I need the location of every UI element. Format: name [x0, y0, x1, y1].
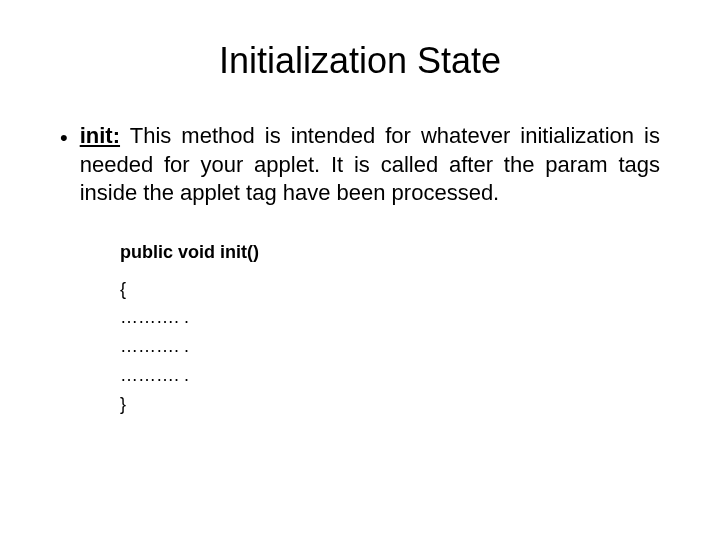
- code-line-close-brace: }: [120, 390, 660, 419]
- bullet-item: • init: This method is intended for what…: [60, 122, 660, 208]
- bullet-text: init: This method is intended for whatev…: [80, 122, 660, 208]
- bullet-label: init:: [80, 123, 120, 148]
- code-line-dots-1: ………. .: [120, 303, 660, 332]
- code-block: public void init() { ………. . ………. . ………. …: [120, 238, 660, 419]
- code-line-open-brace: {: [120, 275, 660, 304]
- code-signature: public void init(): [120, 238, 660, 267]
- bullet-marker: •: [60, 122, 68, 153]
- bullet-description: This method is intended for whatever ini…: [80, 123, 660, 205]
- code-line-dots-3: ………. .: [120, 361, 660, 390]
- code-line-dots-2: ………. .: [120, 332, 660, 361]
- page-title: Initialization State: [60, 40, 660, 82]
